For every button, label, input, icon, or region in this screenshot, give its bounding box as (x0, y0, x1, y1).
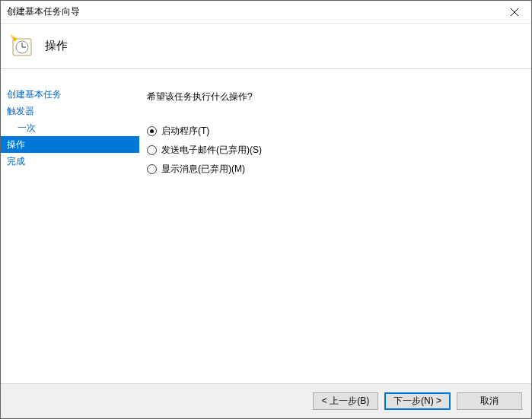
titlebar: 创建基本任务向导 (1, 1, 531, 24)
close-icon (511, 8, 518, 16)
sidebar-item-2[interactable]: 一次 (1, 119, 139, 136)
radio-icon (147, 145, 157, 155)
wizard-header: 操作 (1, 24, 531, 69)
wizard-icon (10, 34, 34, 59)
action-prompt: 希望该任务执行什么操作? (147, 90, 531, 103)
sidebar-item-0[interactable]: 创建基本任务 (1, 86, 139, 103)
next-button[interactable]: 下一步(N) > (384, 392, 451, 410)
action-option-0[interactable]: 启动程序(T) (147, 125, 531, 138)
cancel-button[interactable]: 取消 (457, 392, 522, 410)
radio-label: 启动程序(T) (161, 125, 209, 138)
action-option-1[interactable]: 发送电子邮件(已弃用)(S) (147, 144, 531, 157)
sidebar-item-1[interactable]: 触发器 (1, 103, 139, 119)
sidebar-item-4[interactable]: 完成 (1, 153, 139, 170)
close-button[interactable] (497, 1, 531, 23)
sidebar-item-3[interactable]: 操作 (1, 136, 139, 153)
radio-label: 显示消息(已弃用)(M) (161, 163, 245, 176)
action-radio-group: 启动程序(T)发送电子邮件(已弃用)(S)显示消息(已弃用)(M) (147, 125, 531, 176)
action-option-2[interactable]: 显示消息(已弃用)(M) (147, 163, 531, 176)
radio-icon (147, 164, 157, 174)
wizard-title: 操作 (45, 39, 68, 53)
radio-label: 发送电子邮件(已弃用)(S) (161, 144, 262, 157)
wizard-main: 希望该任务执行什么操作? 启动程序(T)发送电子邮件(已弃用)(S)显示消息(已… (139, 69, 531, 383)
window-title: 创建基本任务向导 (7, 5, 497, 18)
back-button[interactable]: < 上一步(B) (313, 392, 378, 410)
radio-icon (147, 126, 157, 136)
wizard-footer: < 上一步(B) 下一步(N) > 取消 (1, 383, 531, 418)
wizard-sidebar: 创建基本任务触发器一次操作完成 (1, 69, 139, 383)
wizard-body: 创建基本任务触发器一次操作完成 希望该任务执行什么操作? 启动程序(T)发送电子… (1, 69, 531, 383)
